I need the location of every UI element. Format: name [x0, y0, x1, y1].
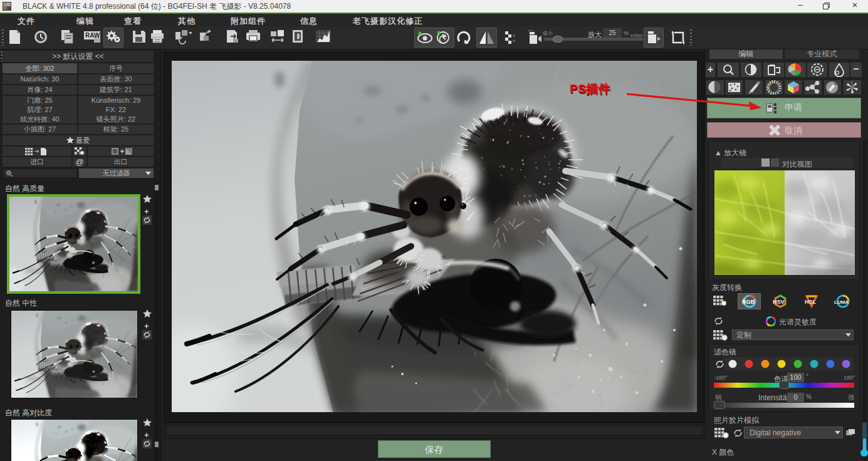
svg-text:LUMA: LUMA: [834, 299, 849, 305]
svg-text:RGB: RGB: [742, 299, 755, 305]
svg-text:HSL: HSL: [805, 299, 817, 305]
svg-text:HSV: HSV: [773, 299, 785, 305]
